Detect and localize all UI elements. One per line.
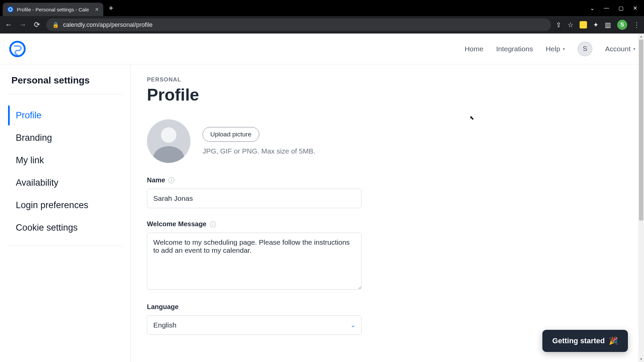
app-header: Home Integrations Help ▾ S Account ▾ bbox=[0, 34, 644, 64]
main-content: PERSONAL Profile Upload picture JPG, GIF… bbox=[131, 64, 644, 362]
sidebar-item-my-link[interactable]: My link bbox=[8, 150, 122, 170]
app-nav: Home Integrations Help ▾ S Account ▾ bbox=[465, 42, 635, 56]
nav-home[interactable]: Home bbox=[465, 45, 483, 53]
page-scrollbar[interactable]: ▲ ▼ bbox=[638, 34, 644, 362]
sidebar-divider bbox=[8, 246, 122, 246]
nav-account[interactable]: Account ▾ bbox=[605, 45, 635, 53]
browser-tab[interactable]: Profile - Personal settings - Cale × bbox=[3, 3, 103, 16]
upload-hint: JPG, GIF or PNG. Max size of 5MB. bbox=[203, 147, 315, 155]
extensions-icon[interactable]: ✦ bbox=[593, 21, 599, 29]
sidebar-item-profile[interactable]: Profile bbox=[8, 106, 122, 125]
sidebar: Personal settings Profile Branding My li… bbox=[0, 64, 131, 362]
pinned-extension-icon[interactable] bbox=[580, 21, 587, 28]
close-tab-icon[interactable]: × bbox=[95, 6, 99, 13]
window-controls: ⌄ — ▢ ✕ bbox=[590, 5, 641, 11]
avatar-upload-row: Upload picture JPG, GIF or PNG. Max size… bbox=[147, 119, 628, 163]
url-input[interactable]: 🔒 calendly.com/app/personal/profile bbox=[46, 18, 551, 31]
tab-title: Profile - Personal settings - Cale bbox=[17, 7, 92, 12]
sidebar-item-availability[interactable]: Availability bbox=[8, 173, 122, 193]
scroll-down-icon[interactable]: ▼ bbox=[638, 356, 644, 362]
getting-started-popup[interactable]: Getting started 🎉 bbox=[542, 330, 628, 352]
app-root: Home Integrations Help ▾ S Account ▾ Per… bbox=[0, 34, 644, 362]
getting-started-label: Getting started bbox=[552, 337, 605, 345]
welcome-label: Welcome Message bbox=[147, 220, 207, 228]
sidebar-title: Personal settings bbox=[8, 75, 122, 94]
upload-picture-button[interactable]: Upload picture bbox=[203, 127, 259, 142]
scroll-thumb[interactable] bbox=[639, 40, 643, 221]
sidepanel-icon[interactable]: ▥ bbox=[605, 21, 611, 29]
nav-help[interactable]: Help ▾ bbox=[546, 45, 565, 53]
info-icon[interactable]: i bbox=[210, 221, 216, 227]
nav-integrations[interactable]: Integrations bbox=[496, 45, 533, 53]
language-label: Language bbox=[147, 303, 178, 311]
back-icon[interactable]: ← bbox=[4, 20, 13, 29]
kebab-menu-icon[interactable]: ⋮ bbox=[633, 21, 640, 29]
user-avatar[interactable]: S bbox=[578, 42, 592, 56]
browser-chrome: Profile - Personal settings - Cale × + ⌄… bbox=[0, 0, 644, 34]
tab-search-icon[interactable]: ⌄ bbox=[590, 5, 594, 11]
breadcrumb: PERSONAL bbox=[147, 76, 628, 83]
sidebar-item-cookie-settings[interactable]: Cookie settings bbox=[8, 218, 122, 238]
url-text: calendly.com/app/personal/profile bbox=[63, 21, 153, 28]
sidebar-item-login-preferences[interactable]: Login preferences bbox=[8, 195, 122, 215]
share-icon[interactable]: ⇪ bbox=[556, 21, 561, 29]
language-select[interactable] bbox=[147, 315, 362, 335]
field-welcome-message: Welcome Message i Welcome to my scheduli… bbox=[147, 220, 362, 291]
info-icon[interactable]: i bbox=[168, 177, 174, 183]
avatar-placeholder-icon bbox=[147, 119, 191, 163]
address-bar: ← → ⟳ 🔒 calendly.com/app/personal/profil… bbox=[0, 16, 644, 34]
bookmark-icon[interactable]: ☆ bbox=[568, 21, 574, 29]
close-window-icon[interactable]: ✕ bbox=[633, 5, 637, 11]
field-language: Language ⌄ bbox=[147, 303, 362, 335]
caret-down-icon: ▾ bbox=[633, 47, 635, 51]
lock-icon: 🔒 bbox=[52, 22, 59, 28]
page-title: Profile bbox=[147, 85, 628, 105]
reload-icon[interactable]: ⟳ bbox=[32, 20, 42, 29]
new-tab-button[interactable]: + bbox=[109, 3, 113, 13]
app-body: Personal settings Profile Branding My li… bbox=[0, 64, 644, 362]
nav-help-label: Help bbox=[546, 45, 560, 53]
scroll-up-icon[interactable]: ▲ bbox=[638, 34, 644, 39]
caret-down-icon: ▾ bbox=[563, 47, 565, 51]
favicon-icon bbox=[7, 6, 13, 12]
nav-account-label: Account bbox=[605, 45, 631, 53]
calendly-logo-icon[interactable] bbox=[9, 40, 26, 58]
name-label: Name bbox=[147, 176, 165, 184]
tab-bar: Profile - Personal settings - Cale × + ⌄… bbox=[0, 0, 644, 16]
party-popper-icon: 🎉 bbox=[609, 337, 618, 345]
field-name: Name i bbox=[147, 176, 362, 208]
maximize-icon[interactable]: ▢ bbox=[619, 5, 624, 11]
minimize-icon[interactable]: — bbox=[604, 5, 609, 11]
sidebar-item-branding[interactable]: Branding bbox=[8, 128, 122, 148]
forward-icon[interactable]: → bbox=[18, 20, 28, 29]
name-input[interactable] bbox=[147, 189, 362, 208]
welcome-message-input[interactable]: Welcome to my scheduling page. Please fo… bbox=[147, 233, 362, 290]
browser-toolbar: ⇪ ☆ ✦ ▥ S ⋮ bbox=[556, 20, 640, 30]
browser-profile-avatar[interactable]: S bbox=[617, 20, 627, 30]
